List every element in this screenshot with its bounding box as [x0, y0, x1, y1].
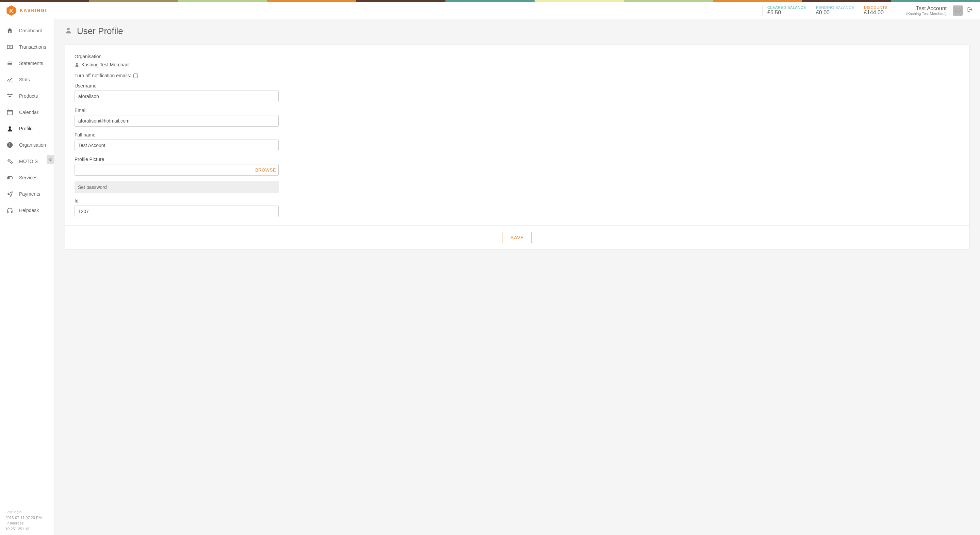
account-name: Test Account	[916, 5, 947, 11]
email-input[interactable]	[75, 115, 279, 127]
profile-card: Organisation Kashing Test Merchant Turn …	[65, 45, 970, 250]
sidebar-item-label: Statements	[19, 61, 43, 66]
fullname-input[interactable]	[75, 140, 279, 151]
svg-point-2	[956, 8, 961, 13]
svg-point-4	[959, 10, 959, 10]
logout-icon[interactable]	[966, 5, 975, 16]
discounts-label: DISCOUNTS	[864, 5, 895, 10]
svg-point-21	[8, 177, 10, 179]
email-label: Email	[75, 108, 338, 113]
sidebar-item-label: Profile	[19, 126, 33, 131]
svg-point-14	[9, 126, 11, 129]
info-icon	[6, 142, 14, 148]
svg-point-6	[9, 46, 11, 48]
header: K KASHING! CLEARED BALANCE £6.50 PENDING…	[0, 2, 980, 19]
home-icon	[6, 27, 14, 34]
username-input[interactable]	[75, 91, 279, 102]
svg-rect-22	[8, 211, 8, 213]
svg-rect-13	[11, 110, 11, 111]
browse-button[interactable]: BROWSE	[255, 164, 276, 176]
sidebar-item-statements[interactable]: Statements	[0, 55, 54, 72]
sidebar-item-products[interactable]: Products	[0, 88, 54, 104]
cleared-balance-value: £6.50	[767, 10, 806, 16]
svg-rect-8	[8, 63, 12, 64]
set-password-label: Set password	[78, 185, 107, 190]
profile-picture-input[interactable]	[75, 164, 279, 176]
cleared-balance: CLEARED BALANCE £6.50	[762, 5, 811, 16]
sidebar-item-calendar[interactable]: Calendar	[0, 104, 54, 121]
user-icon	[6, 125, 14, 132]
svg-point-3	[956, 10, 957, 10]
set-password-toggle[interactable]: Set password	[75, 181, 279, 193]
sidebar-item-label: Organisation	[19, 142, 46, 148]
svg-rect-16	[10, 144, 10, 146]
save-button[interactable]: SAVE	[503, 232, 532, 243]
sidebar-item-label: Payments	[19, 191, 40, 197]
sidebar-item-helpdesk[interactable]: Helpdesk	[0, 202, 54, 218]
sidebar-footer: Last login 2016-07-11 07:20 PM IP addres…	[0, 506, 54, 535]
id-label: Id	[75, 198, 338, 204]
ip-label: IP address:	[5, 521, 24, 525]
account-block[interactable]: Test Account (Kashing Test Merchant)	[900, 5, 950, 16]
money-icon	[6, 43, 14, 50]
sidebar-item-label: Services	[19, 175, 37, 180]
sidebar-item-label: Stats	[19, 77, 30, 82]
svg-rect-23	[11, 211, 12, 213]
nav: DashboardTransactionsStatementsStatsProd…	[0, 19, 54, 506]
organisation-name-row: Kashing Test Merchant	[75, 62, 338, 67]
notification-toggle-checkbox[interactable]	[134, 73, 138, 78]
pending-balance-label: PENDING BALANCE	[816, 5, 854, 10]
sidebar-item-label: Calendar	[19, 110, 38, 115]
pending-balance-value: £0.00	[816, 10, 854, 16]
sidebar-item-organisation[interactable]: Organisation	[0, 137, 54, 153]
svg-point-24	[48, 158, 52, 162]
sidebar-item-label: Dashboard	[19, 28, 43, 33]
discounts: DISCOUNTS £144.00	[859, 5, 900, 16]
toggle-icon	[6, 174, 14, 181]
user-icon	[65, 26, 72, 37]
logo-hex-icon: K	[5, 5, 17, 16]
account-sub: (Kashing Test Merchant)	[906, 11, 947, 16]
sidebar-item-moto-s[interactable]: MOTO S	[0, 153, 54, 169]
discounts-value: £144.00	[864, 10, 895, 16]
organisation-label: Organisation	[75, 54, 338, 59]
cubes-icon	[6, 92, 14, 99]
svg-text:K: K	[9, 8, 13, 13]
id-input[interactable]	[75, 205, 279, 217]
last-login-label: Last login	[5, 509, 49, 515]
bars-icon	[6, 60, 14, 67]
organisation-name: Kashing Test Merchant	[81, 62, 130, 67]
calendar-icon	[6, 109, 14, 116]
svg-rect-12	[8, 110, 9, 111]
page-title: User Profile	[65, 26, 970, 37]
svg-rect-9	[8, 64, 12, 65]
svg-point-26	[76, 63, 78, 65]
username-label: Username	[75, 83, 338, 89]
svg-point-25	[67, 28, 69, 30]
sidebar-item-label: Products	[19, 93, 38, 99]
sidebar: DashboardTransactionsStatementsStatsProd…	[0, 19, 54, 535]
profile-picture-label: Profile Picture	[75, 156, 338, 162]
sidebar-item-dashboard[interactable]: Dashboard	[0, 22, 54, 39]
headphones-icon	[6, 207, 14, 214]
pending-balance: PENDING BALANCE £0.00	[811, 5, 859, 16]
sidebar-item-profile[interactable]: Profile	[0, 121, 54, 137]
brand-text: KASHING!	[20, 8, 47, 13]
sidebar-item-transactions[interactable]: Transactions	[0, 39, 54, 55]
avatar[interactable]	[953, 5, 963, 16]
page-title-text: User Profile	[77, 26, 123, 37]
user-icon	[75, 62, 79, 67]
last-login-value: 2016-07-11 07:20 PM	[5, 515, 49, 521]
logo[interactable]: K KASHING!	[5, 5, 47, 16]
collapse-sidebar-button[interactable]	[47, 155, 54, 164]
cleared-balance-label: CLEARED BALANCE	[767, 5, 806, 10]
sidebar-item-stats[interactable]: Stats	[0, 72, 54, 88]
svg-rect-7	[8, 62, 12, 62]
sidebar-item-payments[interactable]: Payments	[0, 186, 54, 202]
chart-icon	[6, 76, 14, 83]
top-color-strip	[0, 0, 980, 2]
cogs-icon	[6, 158, 14, 165]
sidebar-item-services[interactable]: Services	[0, 169, 54, 186]
plane-icon	[6, 191, 14, 197]
main-content: User Profile Organisation Kashing Test M…	[54, 19, 980, 535]
